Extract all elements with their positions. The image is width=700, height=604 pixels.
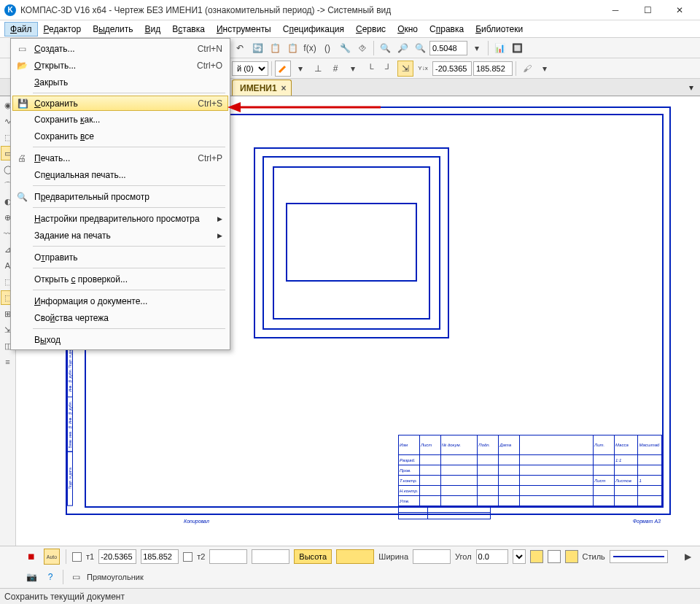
menu-item-icon: 📂 [15,61,28,71]
width-input[interactable] [413,549,451,564]
file-menu-item[interactable]: Сохранить как... [12,111,228,128]
zoom-input[interactable] [429,41,467,55]
swatch-3[interactable] [565,550,578,563]
tool-icon[interactable]: 📊 [491,40,508,56]
tool-icon[interactable]: # [327,61,343,77]
tabs-dropdown[interactable]: ▾ [685,82,697,93]
brush-dropdown[interactable]: ▾ [537,61,553,77]
svg-marker-1 [228,102,241,112]
t2-x-input[interactable] [209,549,247,564]
tool-icon[interactable]: ▾ [345,61,361,77]
file-menu-item[interactable]: 💾СохранитьCtrl+S [12,96,228,111]
help-icon[interactable]: ? [42,569,58,585]
tool-icon[interactable]: 🔍 [412,40,428,56]
menu-item-icon: ▭ [15,44,28,54]
menu-item-label: Предварительный просмотр [34,192,149,202]
stop-button[interactable]: ⏹ [23,549,39,565]
side-stamp: Инв. № дубл. Подп. и дата Взам. инв. № И… [67,343,85,508]
small-table [398,506,491,519]
file-menu-item[interactable]: Открыть с проверкой... [12,271,228,287]
title-block: ИзмЛист№ докум.Подп.ДатаЛит.МассаМасштаб… [398,435,662,506]
tool-icon[interactable]: ┘ [380,61,396,77]
submenu-arrow-icon: ▶ [217,232,222,239]
file-menu-item[interactable]: 📂Открыть...Ctrl+O [12,57,228,74]
menu-выделить[interactable]: Выделить [87,22,139,36]
swatch-2[interactable] [548,550,561,563]
menu-окно[interactable]: Окно [392,22,424,36]
file-menu-item[interactable]: Специальная печать... [12,166,228,183]
tab-close-icon[interactable]: × [281,83,287,93]
rect-tool-icon[interactable]: ▭ [68,569,84,585]
auto-button[interactable]: Auto [44,549,60,565]
arrow-right-icon[interactable]: ▶ [680,549,696,565]
menu-item-label: Задание на печать [34,231,111,241]
camera-icon[interactable]: 📷 [23,569,39,585]
tool-icon[interactable]: 🔧 [337,40,353,56]
pen-dropdown[interactable]: ▾ [292,61,308,77]
angle-select[interactable] [513,549,526,564]
height-input[interactable] [336,549,374,564]
brush-icon[interactable]: 🖌 [519,61,535,77]
file-menu-item[interactable]: 🔍Предварительный просмотр [12,188,228,205]
document-tab[interactable]: ИМЕНИ1 × [232,80,292,96]
file-menu-item[interactable]: Настройки предварительного просмотра▶ [12,210,228,227]
menu-справка[interactable]: Справка [424,22,470,36]
caption-format: Формат A3 [633,519,661,524]
width-label: Ширина [378,552,408,561]
tool-icon[interactable]: f(x) [302,40,318,56]
close-button[interactable]: ✕ [664,0,696,20]
file-menu-item[interactable]: Закрыть [12,74,228,90]
style-line-preview[interactable] [610,550,668,563]
tool-icon[interactable]: 🔲 [509,40,525,56]
coord-y-input[interactable] [141,549,179,564]
t2-checkbox[interactable] [183,552,192,562]
minimize-button[interactable]: ─ [599,0,631,20]
pen-color[interactable] [275,61,291,77]
file-menu-item[interactable]: Выход [12,331,228,348]
tool-name: Прямоугольник [87,573,144,581]
file-menu-item[interactable]: 🖨Печать...Ctrl+P [12,150,228,166]
tool-icon[interactable]: 📋 [284,40,300,56]
tool-icon[interactable]: └ [362,61,378,77]
tool-icon[interactable]: 🔎 [394,40,411,56]
file-menu-item[interactable]: Свойства чертежа [12,309,228,326]
maximize-button[interactable]: ☐ [631,0,664,20]
coord-y[interactable] [473,61,513,76]
tool-icon[interactable]: 📋 [267,40,283,56]
menu-файл[interactable]: Файл [4,22,38,36]
swatch-1[interactable] [530,550,543,563]
tool-icon[interactable]: 🔍 [377,40,393,56]
left-tool-16[interactable]: ≡ [1,355,15,369]
tool-icon[interactable]: () [319,40,335,56]
submenu-arrow-icon: ▶ [217,215,222,222]
menu-item-label: Свойства чертежа [34,313,109,323]
menu-вставка[interactable]: Вставка [166,22,211,36]
file-menu-item[interactable]: ▭Создать...Ctrl+N [12,40,228,57]
annotation-arrow [228,101,381,113]
file-menu-item[interactable]: Отправить [12,249,228,266]
file-menu-item[interactable]: Сохранить все [12,128,228,144]
file-menu-item[interactable]: Информация о документе... [12,293,228,309]
window-title: КОМПАС-3D V16 x64 - Чертеж БЕЗ ИМЕНИ1 (о… [20,5,599,15]
menu-редактор[interactable]: Редактор [38,22,88,36]
t2-y-input[interactable] [252,549,289,564]
menu-item-icon: 🔍 [15,192,28,202]
menu-сервис[interactable]: Сервис [350,22,392,36]
tool-icon[interactable]: 🔄 [249,40,265,56]
coord-x-input[interactable] [98,549,136,564]
menu-вид[interactable]: Вид [139,22,167,36]
coord-toggle[interactable]: ⇲ [397,61,413,77]
t1-checkbox[interactable] [72,552,82,562]
menu-инструменты[interactable]: Инструменты [211,22,277,36]
coord-x[interactable] [432,61,472,76]
tool-icon[interactable]: ↶ [232,40,248,56]
file-menu-item[interactable]: Задание на печать▶ [12,227,228,244]
menu-спецификация[interactable]: Спецификация [277,22,350,36]
style-label: Стиль [583,552,605,561]
zoom-dropdown[interactable]: ▾ [469,40,485,56]
tool-icon[interactable]: ⊥ [310,61,326,77]
tool-icon[interactable]: ⯑ [354,40,370,56]
layer-select[interactable]: й (0) [232,61,268,76]
angle-input[interactable] [476,549,508,564]
menu-библиотеки[interactable]: Библиотеки [470,22,529,36]
